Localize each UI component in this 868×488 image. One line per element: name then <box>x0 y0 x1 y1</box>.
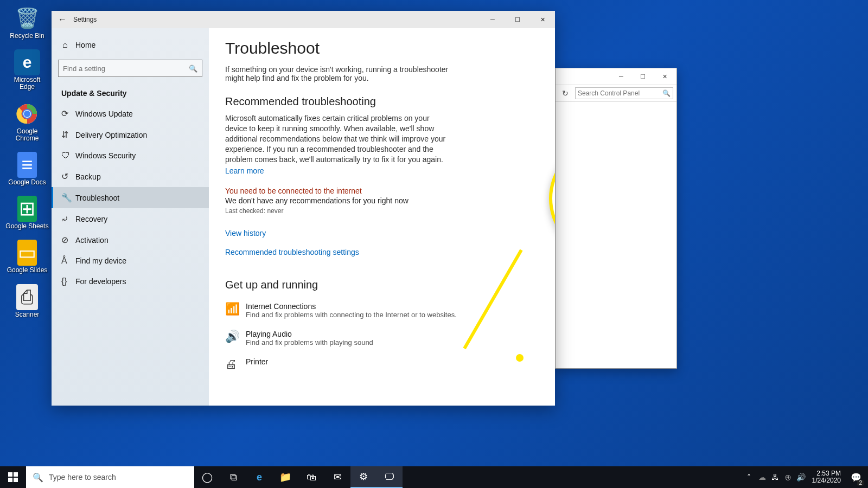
edge-icon: e <box>14 49 40 75</box>
microsoft-store-icon[interactable]: 🛍 <box>298 466 324 488</box>
callout-dot <box>516 354 524 362</box>
shield-icon: 🛡 <box>61 151 75 160</box>
sidebar-item-recovery[interactable]: ⤾Recovery <box>52 208 209 229</box>
close-button[interactable]: ✕ <box>654 69 675 84</box>
desktop-icon-label: Google Docs <box>8 179 46 186</box>
settings-search[interactable]: 🔍 <box>58 60 202 77</box>
control-panel-search[interactable]: 🔍 <box>575 87 673 99</box>
search-icon: 🔍 <box>662 89 671 97</box>
task-view-icon[interactable]: ⧉ <box>220 466 246 488</box>
taskbar-settings-icon[interactable]: ⚙ <box>350 466 376 488</box>
developer-icon: {} <box>61 277 75 286</box>
get-up-heading: Get up and running <box>225 279 539 291</box>
control-panel-search-input[interactable] <box>578 89 662 97</box>
taskbar-search[interactable]: 🔍 Type here to search <box>26 466 194 488</box>
action-center-icon[interactable]: 💬2 <box>845 466 867 488</box>
settings-window: ← Settings ─ ☐ ✕ ⌂ Home 🔍 Update & Secur… <box>52 11 555 406</box>
sidebar-item-label: Windows Security <box>75 151 136 160</box>
taskbar: 🔍 Type here to search ◯ ⧉ e 📁 🛍 ✉ ⚙ 🖵 ˄ … <box>0 466 868 488</box>
tray-network-icon[interactable]: 🖧 <box>769 473 782 481</box>
wifi-icon: 📶 <box>225 302 246 319</box>
notification-badge: 2 <box>857 480 864 486</box>
settings-sidebar: ⌂ Home 🔍 Update & Security ⟳Windows Upda… <box>52 28 209 406</box>
sidebar-item-label: Find my device <box>75 256 126 265</box>
svg-rect-8 <box>14 478 18 482</box>
tray-volume-icon[interactable]: 🔊 <box>795 473 808 481</box>
taskbar-control-panel-icon[interactable]: 🖵 <box>376 466 403 488</box>
recommended-heading: Recommended troubleshooting <box>225 95 539 108</box>
sidebar-item-label: For developers <box>75 277 126 286</box>
desktop-icon-label: Google Chrome <box>5 128 49 142</box>
desktop-icon-chrome[interactable]: Google Chrome <box>5 101 49 142</box>
refresh-icon[interactable]: ↻ <box>559 89 572 98</box>
learn-more-link[interactable]: Learn more <box>225 166 264 175</box>
backup-icon: ↺ <box>61 171 75 182</box>
system-tray: ˄ ☁ 🖧 ㊓ 🔊 2:53 PM 1/24/2020 💬2 <box>743 466 868 488</box>
desktop-icon-label: Scanner <box>15 311 40 318</box>
sidebar-category: Update & Security <box>52 81 209 103</box>
taskbar-clock[interactable]: 2:53 PM 1/24/2020 <box>808 470 845 484</box>
sidebar-item-backup[interactable]: ↺Backup <box>52 166 209 187</box>
desktop-icon-sheets[interactable]: ⊞ Google Sheets <box>5 196 49 230</box>
sync-icon: ⟳ <box>61 108 75 119</box>
troubleshooter-desc: Find and fix problems with playing sound <box>246 338 373 346</box>
recovery-icon: ⤾ <box>61 214 75 224</box>
file-explorer-icon[interactable]: 📁 <box>272 466 298 488</box>
tray-onedrive-icon[interactable]: ☁ <box>756 473 769 481</box>
close-button[interactable]: ✕ <box>530 11 555 28</box>
titlebar: ← Settings ─ ☐ ✕ <box>52 11 555 28</box>
svg-rect-7 <box>8 478 12 482</box>
speaker-icon: 🔊 <box>225 330 246 346</box>
sidebar-item-label: Backup <box>75 172 101 181</box>
magnifier-callout: p and running Internet Connections Find … <box>549 140 555 257</box>
troubleshooter-playing-audio[interactable]: 🔊 Playing Audio Find and fix problems wi… <box>225 324 539 352</box>
desktop-icon-recycle-bin[interactable]: 🗑️ Recycle Bin <box>5 5 49 40</box>
desktop-icon-slides[interactable]: ▭ Google Slides <box>5 240 49 274</box>
tray-chevron-icon[interactable]: ˄ <box>743 473 756 481</box>
desktop-icon-scanner[interactable]: ⎙ Scanner <box>5 284 49 318</box>
maximize-button[interactable]: ☐ <box>505 11 530 28</box>
sidebar-item-troubleshoot[interactable]: 🔧Troubleshoot <box>52 187 209 208</box>
desktop-icon-edge[interactable]: e Microsoft Edge <box>5 49 49 91</box>
desktop-icon-label: Recycle Bin <box>10 33 44 40</box>
google-slides-icon: ▭ <box>17 240 37 266</box>
troubleshooter-title: Playing Audio <box>246 330 373 338</box>
desktop-icon-label: Microsoft Edge <box>5 76 49 91</box>
settings-search-input[interactable] <box>63 65 189 73</box>
desktop-icon-docs[interactable]: ≡ Google Docs <box>5 152 49 186</box>
troubleshooter-printer[interactable]: 🖨 Printer <box>225 352 539 377</box>
sidebar-item-windows-security[interactable]: 🛡Windows Security <box>52 145 209 166</box>
chrome-icon <box>14 101 40 127</box>
svg-rect-6 <box>14 472 18 477</box>
taskbar-date: 1/24/2020 <box>812 477 841 484</box>
taskbar-search-placeholder: Type here to search <box>49 473 116 481</box>
sidebar-item-label: Windows Update <box>75 110 133 118</box>
cortana-icon[interactable]: ◯ <box>194 466 220 488</box>
maximize-button[interactable]: ☐ <box>632 69 654 84</box>
sidebar-item-find-my-device[interactable]: ÅFind my device <box>52 251 209 271</box>
home-icon: ⌂ <box>62 40 75 50</box>
last-checked: Last checked: never <box>225 207 539 215</box>
sidebar-item-delivery-optimization[interactable]: ⇵Delivery Optimization <box>52 124 209 145</box>
sidebar-item-for-developers[interactable]: {}For developers <box>52 271 209 292</box>
mail-icon[interactable]: ✉ <box>324 466 350 488</box>
desktop-icon-label: Google Sheets <box>5 223 48 230</box>
google-sheets-icon: ⊞ <box>17 196 37 222</box>
search-icon: 🔍 <box>33 472 43 483</box>
sidebar-item-activation[interactable]: ⊘Activation <box>52 229 209 251</box>
back-button[interactable]: ← <box>58 15 73 24</box>
search-icon: 🔍 <box>189 65 197 73</box>
recommended-settings-link[interactable]: Recommended troubleshooting settings <box>225 248 359 256</box>
sidebar-home[interactable]: ⌂ Home <box>52 35 209 55</box>
start-button[interactable] <box>0 466 26 488</box>
printer-icon: 🖨 <box>225 357 246 371</box>
error-text: You need to be connected to the internet <box>225 187 539 195</box>
tray-language-icon[interactable]: ㊓ <box>782 473 795 481</box>
no-recommendations: We don't have any recommendations for yo… <box>225 196 539 205</box>
view-history-link[interactable]: View history <box>225 229 266 237</box>
taskbar-edge-icon[interactable]: e <box>246 466 272 488</box>
desktop-icon-label: Google Slides <box>7 267 48 274</box>
minimize-button[interactable]: ─ <box>610 69 632 84</box>
minimize-button[interactable]: ─ <box>480 11 505 28</box>
sidebar-item-windows-update[interactable]: ⟳Windows Update <box>52 103 209 124</box>
